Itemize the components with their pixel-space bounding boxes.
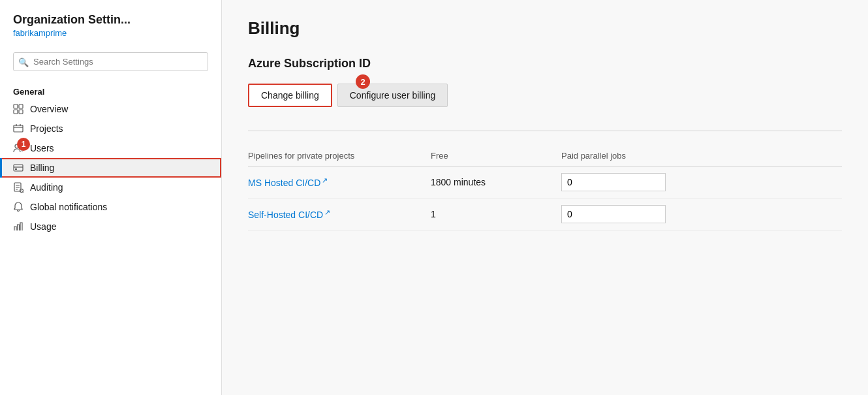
svg-rect-4	[14, 125, 23, 132]
page-title: Billing	[248, 18, 842, 39]
svg-rect-2	[14, 110, 18, 114]
search-icon: 🔍	[18, 57, 29, 67]
configure-user-billing-button[interactable]: Configure user billing	[337, 84, 448, 107]
sidebar-billing-label: Billing	[30, 163, 54, 173]
step-badge-2: 2	[356, 74, 370, 89]
sidebar-usage-label: Usage	[30, 221, 56, 232]
button-row: Change billing 2 Configure user billing	[248, 84, 842, 107]
external-link-icon: ↗	[324, 208, 330, 216]
svg-line-17	[23, 192, 23, 193]
row1-free: 1800 minutes	[431, 177, 561, 187]
table-row: MS Hosted CI/CD↗ 1800 minutes	[248, 166, 842, 198]
billing-icon	[13, 163, 23, 173]
row1-name: MS Hosted CI/CD↗	[248, 176, 431, 189]
self-hosted-paid-input[interactable]	[561, 205, 666, 223]
sidebar-item-auditing[interactable]: Auditing	[0, 178, 221, 197]
ms-hosted-link[interactable]: MS Hosted CI/CD↗	[248, 178, 328, 188]
search-container: 🔍	[13, 52, 208, 71]
sidebar: Organization Settin... fabrikamprime 🔍 G…	[0, 0, 222, 395]
sidebar-item-billing[interactable]: Billing	[0, 158, 221, 178]
self-hosted-link[interactable]: Self-Hosted CI/CD↗	[248, 210, 330, 220]
col-header-pipelines: Pipelines for private projects	[248, 151, 431, 161]
org-subtitle: fabrikamprime	[13, 28, 208, 38]
col-header-paid: Paid parallel jobs	[561, 151, 842, 161]
change-billing-button[interactable]: Change billing	[248, 84, 332, 107]
billing-table: Pipelines for private projects Free Paid…	[248, 147, 842, 230]
sidebar-item-overview[interactable]: Overview	[0, 99, 221, 119]
col-header-free: Free	[431, 151, 561, 161]
sidebar-item-global-notifications[interactable]: Global notifications	[0, 197, 221, 217]
search-input[interactable]	[13, 52, 208, 71]
users-badge: 1	[17, 138, 30, 151]
ms-hosted-paid-input[interactable]	[561, 173, 666, 191]
sidebar-auditing-label: Auditing	[30, 182, 63, 193]
table-row: Self-Hosted CI/CD↗ 1	[248, 198, 842, 230]
svg-rect-0	[14, 104, 18, 108]
section-title: Azure Subscription ID	[248, 57, 842, 71]
svg-rect-11	[15, 168, 17, 170]
sidebar-item-projects[interactable]: Projects	[0, 119, 221, 138]
row1-paid	[561, 173, 842, 191]
svg-rect-10	[14, 165, 23, 171]
sidebar-users-label: Users	[30, 143, 54, 153]
sidebar-header: Organization Settin... fabrikamprime	[0, 13, 221, 46]
svg-point-16	[20, 189, 23, 193]
external-link-icon: ↗	[322, 176, 328, 184]
section-general-label: General	[0, 82, 221, 99]
org-title: Organization Settin...	[13, 13, 208, 27]
projects-icon	[13, 123, 23, 134]
sidebar-projects-label: Projects	[30, 123, 63, 134]
row2-paid	[561, 205, 842, 223]
users-icon: 1	[13, 143, 23, 153]
auditing-icon	[13, 182, 23, 193]
notifications-icon	[13, 202, 23, 212]
overview-icon	[13, 104, 23, 114]
row2-free: 1	[431, 209, 561, 219]
table-header: Pipelines for private projects Free Paid…	[248, 147, 842, 166]
svg-rect-1	[19, 104, 23, 108]
row2-name: Self-Hosted CI/CD↗	[248, 208, 431, 221]
sidebar-overview-label: Overview	[30, 104, 68, 114]
sidebar-item-usage[interactable]: Usage	[0, 217, 221, 236]
sidebar-notifications-label: Global notifications	[30, 202, 107, 212]
section-divider	[248, 131, 842, 131]
usage-icon	[13, 221, 23, 232]
svg-rect-3	[19, 110, 23, 114]
sidebar-item-users[interactable]: 1 Users	[0, 138, 221, 158]
main-content: Billing Azure Subscription ID Change bil…	[222, 0, 868, 395]
